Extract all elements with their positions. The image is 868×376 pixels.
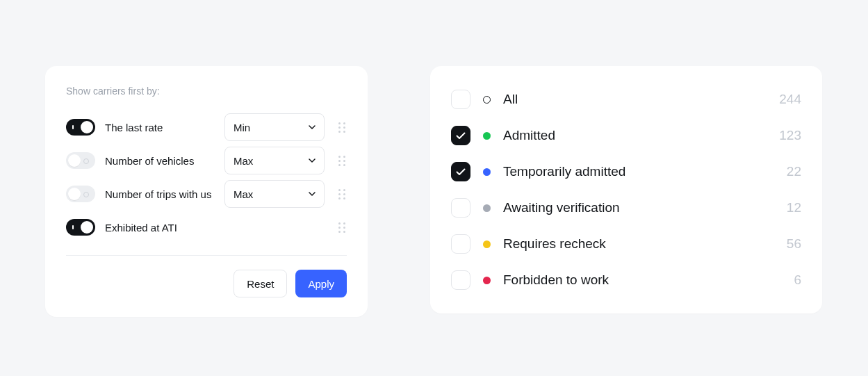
drag-handle-icon[interactable] <box>337 156 347 166</box>
select-value: Max <box>234 188 253 200</box>
drag-handle-icon[interactable] <box>337 122 347 133</box>
select-last-rate[interactable]: Min <box>224 113 325 141</box>
sort-row: Exhibited at ATI <box>66 211 347 244</box>
chevron-down-icon <box>309 125 316 129</box>
checkbox-all[interactable] <box>451 90 470 109</box>
filter-label: All <box>503 92 767 107</box>
check-icon <box>456 168 466 176</box>
toggle-last-rate[interactable] <box>66 119 95 136</box>
checkbox-awaiting[interactable] <box>451 198 470 218</box>
sort-row: The last rate Min <box>66 111 347 144</box>
filter-count: 244 <box>779 92 801 107</box>
filter-card: All 244 Admitted 123 Temporarily admitte… <box>430 66 822 313</box>
filter-label: Forbidden to work <box>503 272 781 288</box>
select-vehicles[interactable]: Max <box>224 147 325 174</box>
checkbox-admitted[interactable] <box>451 126 470 145</box>
status-indicator-temporarily-admitted <box>483 168 491 176</box>
filter-label: Awaiting verification <box>503 200 774 215</box>
checkbox-recheck[interactable] <box>451 234 470 254</box>
drag-handle-icon[interactable] <box>337 189 347 199</box>
filter-count: 6 <box>794 272 801 288</box>
actions: Reset Apply <box>66 270 347 297</box>
sort-label: The last rate <box>105 122 215 133</box>
toggle-vehicles[interactable] <box>66 152 95 169</box>
apply-button[interactable]: Apply <box>295 270 347 297</box>
status-indicator-recheck <box>483 240 491 248</box>
chevron-down-icon <box>309 192 316 196</box>
filter-row-all: All 244 <box>451 81 801 117</box>
filter-row-forbidden: Forbidden to work 6 <box>451 262 801 298</box>
select-value: Max <box>234 155 253 167</box>
filter-label: Admitted <box>503 128 767 143</box>
filter-count: 56 <box>787 236 801 252</box>
divider <box>66 255 347 256</box>
filter-row-awaiting: Awaiting verification 12 <box>451 190 801 226</box>
sort-label: Exhibited at ATI <box>105 222 215 234</box>
filter-count: 12 <box>787 200 801 215</box>
filter-count: 123 <box>779 128 801 143</box>
sort-row: Number of vehicles Max <box>66 144 347 177</box>
filter-label: Temporarily admitted <box>503 164 774 179</box>
sort-label: Number of vehicles <box>105 155 215 167</box>
filter-row-recheck: Requires recheck 56 <box>451 226 801 262</box>
filter-row-temporarily-admitted: Temporarily admitted 22 <box>451 154 801 190</box>
filter-row-admitted: Admitted 123 <box>451 117 801 154</box>
sort-title: Show carriers first by: <box>66 85 347 97</box>
toggle-trips[interactable] <box>66 186 95 202</box>
status-indicator-forbidden <box>483 277 491 284</box>
sort-row: Number of trips with us Max <box>66 177 347 211</box>
check-icon <box>456 132 466 140</box>
status-indicator-all <box>483 96 491 104</box>
select-value: Min <box>234 122 250 133</box>
reset-button[interactable]: Reset <box>234 270 287 297</box>
status-indicator-admitted <box>483 132 491 140</box>
status-indicator-awaiting <box>483 204 491 212</box>
filter-count: 22 <box>787 164 801 179</box>
checkbox-forbidden[interactable] <box>451 270 470 290</box>
sort-label: Number of trips with us <box>105 188 215 200</box>
filter-label: Requires recheck <box>503 236 774 252</box>
toggle-ati[interactable] <box>66 219 95 236</box>
chevron-down-icon <box>309 158 316 163</box>
drag-handle-icon[interactable] <box>337 222 347 233</box>
checkbox-temporarily-admitted[interactable] <box>451 162 470 181</box>
sort-card: Show carriers first by: The last rate Mi… <box>45 66 368 317</box>
select-trips[interactable]: Max <box>224 180 325 208</box>
